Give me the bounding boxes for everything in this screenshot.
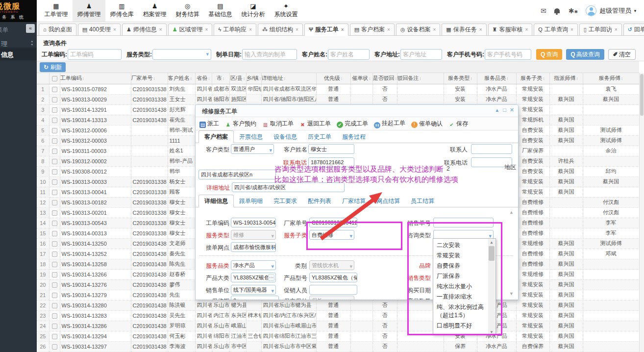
table-row[interactable]: 25WS-190314-13294C2019031438何玉彬四川省绵阳市江油市… (37, 331, 639, 341)
modal-tab[interactable]: 完工要求 (268, 195, 302, 208)
customer-type-select[interactable]: 普通用户 (231, 144, 274, 154)
dropdown-scrollbar-thumb[interactable] (489, 246, 495, 261)
query-input-3[interactable] (328, 49, 370, 60)
column-header-6[interactable]: 市↕ (212, 73, 229, 84)
dropdown-scroll-down-icon[interactable]: ▼ (488, 329, 495, 335)
modal-tab[interactable]: 员工结算 (405, 195, 440, 208)
promoter-input[interactable] (309, 285, 357, 295)
close-icon[interactable]: × (525, 27, 528, 32)
product-major-input[interactable]: YL8385XZ银色（⋯ (231, 273, 276, 282)
user-dropdown-caret[interactable]: ▼ (633, 9, 637, 13)
row-checkbox[interactable] (52, 190, 57, 195)
close-icon[interactable]: × (387, 27, 390, 32)
tab-calendar-check[interactable]: ▦保养任务× (442, 24, 486, 36)
modal-tab[interactable]: 服务过程 (337, 131, 371, 144)
warranty-status-select[interactable]: 保外 (309, 296, 354, 300)
table-row[interactable]: 2WS-190313-00029C2019031338王女士四川省德阳市旌阳区四… (37, 94, 639, 104)
column-header-15[interactable]: 服务品类↕ (477, 73, 516, 84)
tab-gauge[interactable]: ◎设备档案× (396, 24, 440, 36)
table-row[interactable]: 1WS-190315-07892C2019031538刘先生四川省成都市双流区华… (37, 84, 639, 94)
modal-tab[interactable]: 厂家结算 (337, 195, 371, 208)
row-checkbox[interactable] (52, 221, 57, 226)
table-row[interactable]: 23WS-190314-13283C2019031438吴先生四川省内江市东兴区… (37, 310, 639, 321)
detail-scroll-up-icon[interactable]: ▲ (509, 210, 514, 215)
column-header-13[interactable]: 驳回备注↕ (397, 73, 444, 84)
column-header-7[interactable]: 区/县↕ (229, 73, 246, 84)
dropdown-scroll-up-icon[interactable]: ▲ (488, 239, 495, 246)
row-checkbox[interactable] (52, 210, 57, 216)
service-category-select[interactable]: 净水产品 (231, 260, 276, 270)
nav-item-calendar[interactable]: ▦工单管理 (40, 0, 73, 22)
dropdown-option[interactable]: 纯、浓水比例过高（超过1:5） (433, 302, 487, 321)
toolbar-dispatch-button[interactable]: ▤派工 (199, 120, 219, 128)
tab-history[interactable]: ↺回单任务× (623, 24, 644, 36)
nav-item-gear[interactable]: ✦系统设置 (270, 0, 302, 22)
toolbar-suspend-button[interactable]: ❚❚挂起工单 (374, 119, 405, 128)
column-header-4[interactable]: 客户姓名↕ (168, 73, 195, 84)
toolbar-return-button[interactable]: ✖退回工单 (299, 120, 331, 128)
user-name[interactable]: 超级管理员 (599, 6, 631, 15)
notification-bell-icon[interactable] (554, 8, 560, 13)
row-checkbox[interactable] (52, 118, 57, 123)
search-button[interactable]: Q查询 (536, 49, 562, 60)
modal-tab[interactable]: 网点结算 (371, 195, 405, 208)
header-checkbox[interactable] (52, 76, 57, 81)
dialog-close-icon[interactable]: ✕ (510, 107, 514, 113)
tab-clipboard[interactable]: ▤客户档案× (350, 24, 395, 36)
row-checkbox[interactable] (52, 179, 57, 185)
mail-icon[interactable]: ✉ (541, 7, 546, 15)
service-type-select[interactable]: 维修 (231, 230, 276, 240)
dial0g-collapse-icon[interactable]: ▴ (495, 107, 498, 113)
factory-no-input[interactable]: C201903133864126 (309, 218, 357, 227)
column-header-14[interactable]: 服务类型↕ (444, 73, 477, 84)
dropdown-option[interactable]: 纯水出水量小 (433, 281, 487, 292)
row-checkbox[interactable] (52, 251, 57, 257)
select-all-header[interactable] (49, 73, 60, 84)
column-header-10[interactable]: 优先级↕ (316, 73, 350, 84)
query-input-2[interactable] (242, 49, 297, 60)
row-checkbox[interactable] (52, 262, 57, 267)
row-checkbox[interactable] (52, 313, 57, 319)
table-row[interactable]: 26WS-190314-13297C2019031438李海波四川省乐山市市中区… (37, 341, 639, 352)
row-checkbox[interactable] (52, 272, 57, 277)
row-checkbox[interactable] (52, 200, 57, 205)
advanced-search-button[interactable]: Q高级查询 (566, 49, 604, 60)
tab-utensils[interactable]: Ψ服务工单× (304, 24, 348, 36)
row-checkbox[interactable] (52, 231, 57, 236)
modal-tab[interactable]: 跟单明细 (234, 195, 268, 208)
column-header-18[interactable]: 服务师傅↕ (583, 73, 639, 84)
column-header-5[interactable]: 省份↕ (195, 73, 212, 84)
service-subtype-select[interactable]: 自费维修 (309, 230, 354, 240)
gears-icon[interactable]: ✱✱ (569, 7, 578, 15)
tab-sitemap[interactable]: ⁂组织结构× (258, 24, 303, 36)
query-input-5[interactable] (485, 49, 531, 60)
close-icon[interactable]: × (296, 27, 298, 32)
close-icon[interactable]: × (615, 27, 618, 32)
clear-button[interactable]: ✐清空 (608, 49, 636, 60)
toolbar-cancel-button[interactable]: ▥取消工单 (262, 120, 294, 128)
tab-home[interactable]: ⌂我的桌面 (39, 24, 76, 36)
nav-item-truck[interactable]: ▥师傅仓库 (105, 0, 138, 22)
close-icon[interactable]: × (433, 27, 436, 32)
sales-unit-select[interactable]: 线下/国美电器 (231, 285, 276, 295)
dropdown-option[interactable]: 二次安装 (433, 240, 487, 251)
tab-book[interactable]: ▤400受理× (78, 24, 121, 36)
user-avatar[interactable] (586, 5, 596, 16)
table-row[interactable]: 22WS-190314-13280C2019031438陈洪银四川省乐山市犍为县… (37, 300, 639, 310)
close-icon[interactable]: × (570, 27, 573, 32)
row-checkbox[interactable] (52, 241, 57, 247)
table-row[interactable]: 24WS-190314-13286C2019031438罗明琼四川省乐山市峨眉山… (37, 321, 639, 331)
refresh-button[interactable]: ↻ 刷新 (40, 62, 66, 72)
table-scrollbar[interactable] (639, 73, 644, 352)
modal-tab[interactable]: 客户档案 (198, 130, 234, 143)
column-header-8[interactable]: 乡/镇↕ (246, 73, 261, 84)
tab-person[interactable]: ♟师傅信息× (122, 24, 167, 36)
row-checkbox[interactable] (52, 97, 57, 102)
dropdown-option[interactable]: 常规安装 (433, 251, 487, 261)
toolbar-urge-button[interactable]: !催单确认 (411, 120, 443, 128)
row-checkbox[interactable] (52, 169, 57, 175)
close-icon[interactable]: × (479, 27, 482, 32)
sidebar-collapse-button[interactable]: « (26, 24, 35, 33)
dropdown-option[interactable]: 口感明显不好 (433, 321, 487, 331)
class-select[interactable]: 管线饮水机 (309, 260, 354, 270)
